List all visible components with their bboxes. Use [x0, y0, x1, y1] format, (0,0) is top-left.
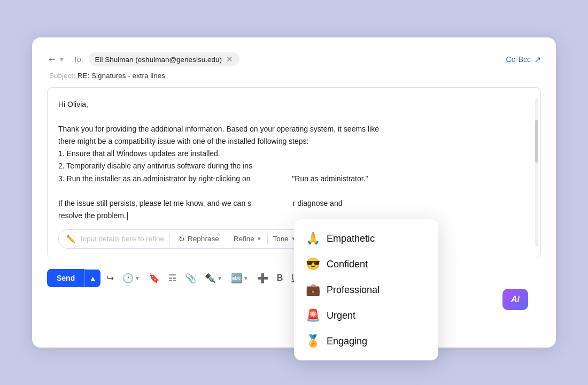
text-cursor [127, 212, 128, 220]
tone-item-confident[interactable]: 😎 Confident [294, 251, 438, 277]
ai-label: Ai [511, 295, 520, 304]
refresh-icon: ↻ [179, 235, 185, 243]
forward-icon-button[interactable]: ↪ [104, 270, 117, 287]
schedule-send-button[interactable]: 🕐 ▼ [120, 270, 143, 287]
empathetic-emoji: 🙏 [306, 233, 320, 244]
tone-button[interactable]: Tone ▼ [273, 235, 296, 243]
recipient-name: Eli Shulman (eshulman@genesisu.edu) [95, 56, 222, 64]
email-header: ← ▼ To: Eli Shulman (eshulman@genesisu.e… [47, 52, 541, 66]
subject-label: Subject: [49, 72, 75, 80]
confident-emoji: 😎 [306, 258, 320, 270]
remove-recipient-icon[interactable]: ✕ [226, 55, 233, 64]
tone-urgent-label: Urgent [327, 310, 355, 321]
bold-button[interactable]: B [274, 270, 286, 286]
tone-popup: 🙏 Empathetic 😎 Confident 💼 Professional … [294, 219, 438, 360]
schedule-dropdown-arrow-icon: ▼ [135, 275, 140, 281]
tone-item-engaging[interactable]: 🏅 Engaging [294, 328, 438, 354]
divider3 [267, 234, 268, 244]
tone-item-urgent[interactable]: 🚨 Urgent [294, 303, 438, 328]
send-button[interactable]: Send [47, 269, 84, 287]
tone-item-empathetic[interactable]: 🙏 Empathetic [294, 226, 438, 251]
tone-item-professional[interactable]: 💼 Professional [294, 277, 438, 303]
expand-icon[interactable]: ↗ [534, 55, 541, 65]
nav-arrows: ← ▼ [47, 54, 65, 65]
ai-badge-button[interactable]: Ai [502, 289, 528, 310]
bcc-button[interactable]: Bcc [519, 55, 531, 64]
cc-button[interactable]: Cc [506, 55, 515, 64]
back-arrow-icon[interactable]: ← [47, 54, 57, 65]
refine-dropdown-arrow-icon: ▼ [257, 236, 262, 242]
urgent-emoji: 🚨 [306, 310, 320, 321]
refine-input[interactable]: Input details here to refine [81, 235, 164, 243]
down-arrow-icon[interactable]: ▼ [59, 56, 65, 63]
to-label: To: [73, 55, 83, 64]
translate-dropdown-arrow-icon: ▼ [243, 275, 249, 281]
subject-text[interactable]: RE: Signatures - extra lines [78, 72, 165, 80]
pen-tool-button[interactable]: ✒️ ▼ [202, 270, 225, 287]
header-left: ← ▼ To: Eli Shulman (eshulman@genesisu.e… [47, 52, 239, 66]
divider2 [228, 234, 228, 244]
pen-dropdown-arrow-icon: ▼ [217, 275, 222, 281]
tone-professional-label: Professional [327, 284, 380, 296]
tone-confident-label: Confident [327, 259, 368, 270]
professional-emoji: 💼 [306, 284, 320, 296]
send-dropdown-button[interactable]: ▲ [84, 270, 100, 287]
email-body-text[interactable]: Hi Olivia, Thank you for providing the a… [58, 98, 530, 222]
email-compose-window: ← ▼ To: Eli Shulman (eshulman@genesisu.e… [32, 37, 556, 348]
tone-engaging-label: Engaging [327, 336, 367, 347]
insert-button[interactable]: ➕ [254, 270, 271, 287]
subject-row: Subject: RE: Signatures - extra lines [47, 72, 541, 80]
scrollbar[interactable] [535, 98, 538, 247]
send-button-group: Send ▲ [47, 269, 100, 287]
translate-button[interactable]: 🔤 ▼ [228, 270, 251, 287]
notes-button[interactable]: ☶ [166, 270, 179, 287]
scrollbar-thumb [535, 120, 538, 163]
engaging-emoji: 🏅 [306, 335, 320, 347]
recipient-chip: Eli Shulman (eshulman@genesisu.edu) ✕ [89, 52, 239, 66]
divider [169, 234, 170, 244]
refine-button[interactable]: Refine ▼ [234, 235, 262, 243]
pencil-icon: ✏️ [66, 235, 75, 243]
tone-empathetic-label: Empathetic [327, 233, 375, 244]
refine-bar: ✏️ Input details here to refine ↻ Rephra… [58, 229, 319, 249]
bookmark-button[interactable]: 🔖 [146, 270, 163, 287]
header-right: Cc Bcc ↗ [506, 55, 541, 65]
attachment-button[interactable]: 📎 [182, 270, 199, 287]
rephrase-button[interactable]: ↻ Rephrase [175, 235, 222, 243]
